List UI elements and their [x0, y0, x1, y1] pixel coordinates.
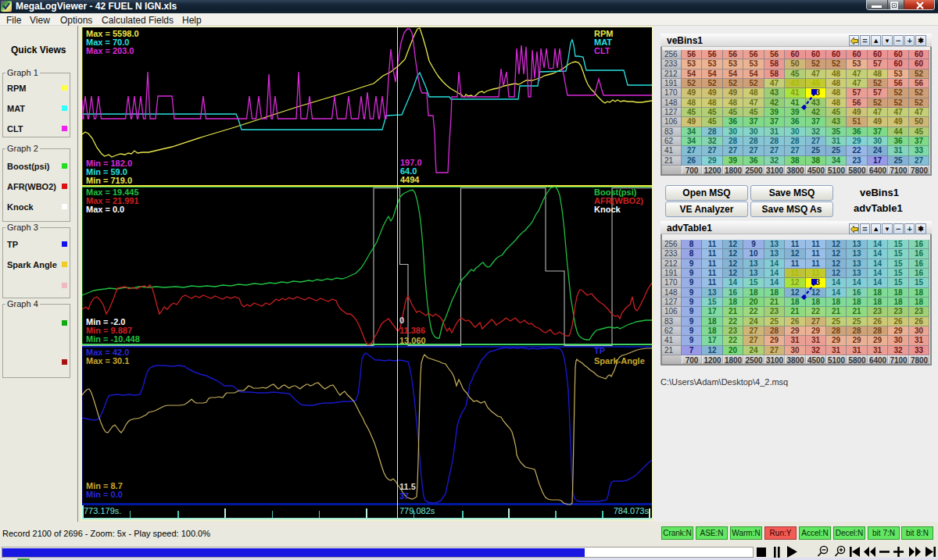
svg-text:Min = -10.448: Min = -10.448 — [86, 334, 140, 344]
svg-text:11.5: 11.5 — [399, 482, 416, 491]
svg-text:779.082s: 779.082s — [399, 506, 435, 515]
svg-text:11.386: 11.386 — [399, 326, 425, 335]
svg-text:TP: TP — [594, 346, 605, 355]
svg-text:Knock: Knock — [594, 205, 621, 214]
svg-text:4494: 4494 — [400, 175, 420, 184]
svg-text:Min = 0.0: Min = 0.0 — [86, 490, 123, 499]
svg-text:13.060: 13.060 — [399, 336, 426, 345]
svg-text:Max = 203.0: Max = 203.0 — [86, 46, 134, 55]
svg-text:CLT: CLT — [594, 46, 610, 55]
svg-text:Max = 30.1: Max = 30.1 — [86, 356, 129, 366]
svg-text:Max = 0.0: Max = 0.0 — [86, 205, 124, 214]
svg-text:784.073s.: 784.073s. — [614, 506, 651, 515]
svg-text:Min = 719.0: Min = 719.0 — [86, 176, 132, 185]
svg-text:Spark-Angle: Spark-Angle — [594, 356, 645, 366]
svg-text:0: 0 — [399, 316, 404, 325]
svg-text:773.179s.: 773.179s. — [84, 506, 121, 515]
svg-text:37: 37 — [399, 491, 409, 501]
